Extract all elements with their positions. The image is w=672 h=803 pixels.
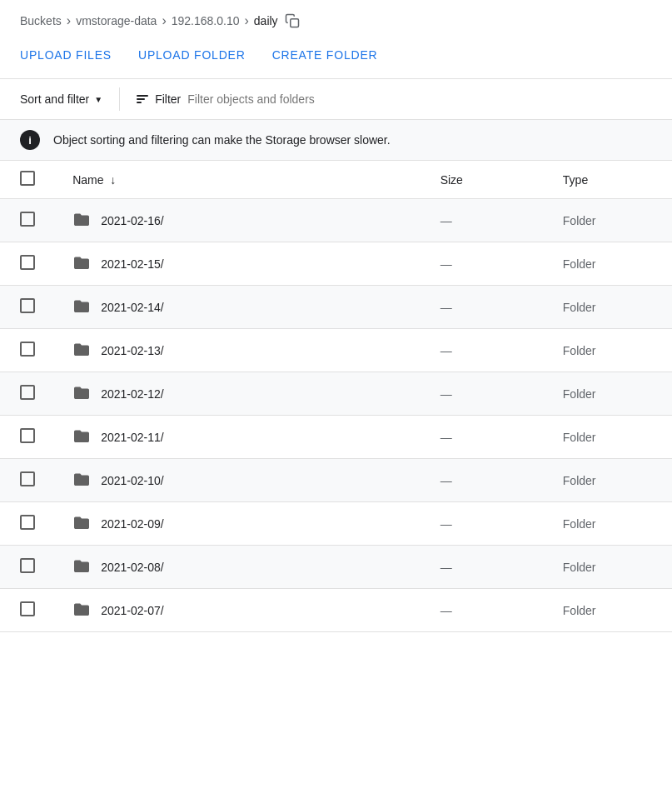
table-header-checkbox[interactable] <box>0 161 59 199</box>
toolbar: UPLOAD FILES UPLOAD FOLDER CREATE FOLDER <box>0 38 672 78</box>
row-type-cell: Folder <box>550 502 672 546</box>
row-type: Folder <box>563 344 596 357</box>
row-size: — <box>441 387 452 401</box>
row-checkbox[interactable] <box>20 558 35 573</box>
row-size-cell: — <box>427 416 550 459</box>
row-name-cell[interactable]: 2021-02-15/ <box>59 242 427 286</box>
row-size: — <box>441 344 452 357</box>
row-checkbox-cell[interactable] <box>0 372 59 416</box>
sort-arrow-icon: ↓ <box>110 173 116 187</box>
row-checkbox[interactable] <box>20 601 35 616</box>
upload-folder-button[interactable]: UPLOAD FOLDER <box>138 45 246 65</box>
folder-icon <box>72 514 91 533</box>
row-size-cell: — <box>427 589 550 632</box>
row-checkbox[interactable] <box>20 385 35 400</box>
row-checkbox-cell[interactable] <box>0 459 59 502</box>
breadcrumb-vmstorage[interactable]: vmstorage-data <box>76 14 157 27</box>
row-type: Folder <box>563 474 596 487</box>
folder-icon <box>72 427 91 446</box>
row-type-cell: Folder <box>550 589 672 632</box>
row-checkbox[interactable] <box>20 428 35 443</box>
folder-icon <box>72 557 91 576</box>
breadcrumb-ip[interactable]: 192.168.0.10 <box>172 14 240 27</box>
svg-rect-0 <box>290 19 298 27</box>
row-name[interactable]: 2021-02-14/ <box>101 301 164 314</box>
table-header-name[interactable]: Name ↓ <box>59 161 427 199</box>
row-checkbox-cell[interactable] <box>0 199 59 242</box>
row-size: — <box>441 214 452 227</box>
upload-files-button[interactable]: UPLOAD FILES <box>20 45 112 65</box>
table-row: 2021-02-09/ — Folder <box>0 502 672 546</box>
row-checkbox-cell[interactable] <box>0 589 59 632</box>
filter-input[interactable] <box>187 92 652 106</box>
row-name-cell[interactable]: 2021-02-08/ <box>59 546 427 589</box>
row-size: — <box>441 517 452 531</box>
row-name-cell[interactable]: 2021-02-14/ <box>59 286 427 329</box>
row-type-cell: Folder <box>550 546 672 589</box>
row-size: — <box>441 561 452 574</box>
sort-filter-button[interactable]: Sort and filter ▼ <box>20 87 102 111</box>
row-name[interactable]: 2021-02-08/ <box>101 561 164 574</box>
row-name-cell[interactable]: 2021-02-16/ <box>59 199 427 242</box>
row-type: Folder <box>563 214 596 227</box>
copy-icon[interactable] <box>285 13 300 28</box>
filter-label: Filter <box>155 92 181 106</box>
folder-icon <box>72 384 91 403</box>
row-checkbox-cell[interactable] <box>0 242 59 286</box>
chevron-down-icon: ▼ <box>94 95 102 104</box>
row-type-cell: Folder <box>550 242 672 286</box>
row-name-cell[interactable]: 2021-02-13/ <box>59 329 427 372</box>
row-type: Folder <box>563 517 596 531</box>
row-size-cell: — <box>427 502 550 546</box>
row-type: Folder <box>563 604 596 617</box>
breadcrumb-buckets[interactable]: Buckets <box>20 14 62 27</box>
folder-icon <box>72 211 91 230</box>
row-checkbox[interactable] <box>20 515 35 530</box>
row-type: Folder <box>563 431 596 444</box>
row-checkbox-cell[interactable] <box>0 416 59 459</box>
row-checkbox[interactable] <box>20 342 35 357</box>
table-row: 2021-02-13/ — Folder <box>0 329 672 372</box>
row-size-cell: — <box>427 459 550 502</box>
row-name-cell[interactable]: 2021-02-10/ <box>59 459 427 502</box>
row-checkbox-cell[interactable] <box>0 286 59 329</box>
table-row: 2021-02-10/ — Folder <box>0 459 672 502</box>
row-size: — <box>441 301 452 314</box>
table-body: 2021-02-16/ — Folder 2021-02-15/ — Folde… <box>0 199 672 632</box>
row-checkbox[interactable] <box>20 471 35 486</box>
row-checkbox-cell[interactable] <box>0 329 59 372</box>
row-name-cell[interactable]: 2021-02-07/ <box>59 589 427 632</box>
row-checkbox-cell[interactable] <box>0 546 59 589</box>
row-size-cell: — <box>427 286 550 329</box>
folder-icon <box>72 254 91 273</box>
folder-icon <box>72 297 91 317</box>
row-size: — <box>441 604 452 617</box>
row-size-cell: — <box>427 242 550 286</box>
row-type-cell: Folder <box>550 199 672 242</box>
create-folder-button[interactable]: CREATE FOLDER <box>272 45 378 65</box>
row-name[interactable]: 2021-02-12/ <box>101 387 164 401</box>
table-row: 2021-02-14/ — Folder <box>0 286 672 329</box>
row-name[interactable]: 2021-02-11/ <box>101 431 164 444</box>
row-name-cell[interactable]: 2021-02-09/ <box>59 502 427 546</box>
row-checkbox[interactable] <box>20 212 35 227</box>
row-type-cell: Folder <box>550 416 672 459</box>
row-size-cell: — <box>427 546 550 589</box>
row-checkbox-cell[interactable] <box>0 502 59 546</box>
row-checkbox[interactable] <box>20 298 35 313</box>
row-checkbox[interactable] <box>20 255 35 270</box>
row-type: Folder <box>563 257 596 271</box>
row-name[interactable]: 2021-02-09/ <box>101 517 164 531</box>
row-size: — <box>441 257 452 271</box>
row-name[interactable]: 2021-02-10/ <box>101 474 164 487</box>
row-type-cell: Folder <box>550 459 672 502</box>
row-name[interactable]: 2021-02-15/ <box>101 257 164 271</box>
row-type-cell: Folder <box>550 372 672 416</box>
row-name[interactable]: 2021-02-16/ <box>101 214 164 227</box>
select-all-checkbox[interactable] <box>20 171 35 186</box>
row-name[interactable]: 2021-02-07/ <box>101 604 164 617</box>
row-name-cell[interactable]: 2021-02-11/ <box>59 416 427 459</box>
row-type-cell: Folder <box>550 329 672 372</box>
row-name-cell[interactable]: 2021-02-12/ <box>59 372 427 416</box>
row-name[interactable]: 2021-02-13/ <box>101 344 164 357</box>
